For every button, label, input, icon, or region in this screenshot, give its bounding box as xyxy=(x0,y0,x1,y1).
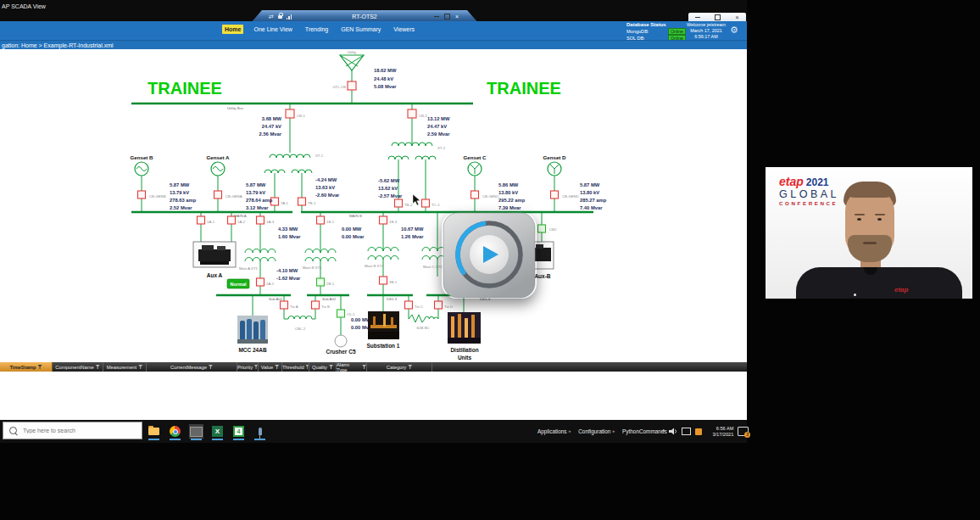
filter-icon[interactable] xyxy=(96,365,100,369)
breaker-cb-2[interactable] xyxy=(408,109,416,118)
breaker-tb-2[interactable] xyxy=(395,199,403,207)
col-timestamp[interactable]: TimeStamp xyxy=(0,362,53,372)
col-componentname[interactable]: ComponentName xyxy=(53,362,103,372)
col-quality[interactable]: Quality xyxy=(309,362,337,372)
hidden-icons-chevron[interactable]: ^ xyxy=(662,428,665,434)
filter-icon[interactable] xyxy=(209,365,213,369)
normal-status-button[interactable]: Normal xyxy=(227,279,249,288)
filter-icon[interactable] xyxy=(329,365,333,369)
col-measurement[interactable]: Measurement xyxy=(103,362,147,372)
substation-1-load: Substation 1 xyxy=(366,311,399,349)
breaker-cb2[interactable] xyxy=(538,225,546,232)
col-priority[interactable]: Priority xyxy=(237,362,259,372)
tab-home[interactable]: Home xyxy=(222,25,243,34)
close-icon[interactable]: × xyxy=(735,14,738,20)
breaker-tie-d[interactable] xyxy=(435,301,443,309)
breaker-3b-1[interactable] xyxy=(380,277,387,284)
breaker-1a-3[interactable] xyxy=(257,216,264,224)
alarm-table-body[interactable] xyxy=(0,372,747,420)
svg-text:CB-2: CB-2 xyxy=(419,114,427,118)
svg-text:2A-1: 2A-1 xyxy=(266,282,275,286)
tab-viewers[interactable]: Viewers xyxy=(391,25,417,34)
taskbar-pinned-app[interactable] xyxy=(253,424,267,439)
taskbar-green-app-2[interactable]: 4 xyxy=(231,424,246,439)
taskbar-search[interactable] xyxy=(3,422,142,439)
windows-taskbar: X 4 Applications» Configuration» PythonC… xyxy=(0,420,747,443)
gear-icon[interactable]: ⚙ xyxy=(730,25,738,36)
taskbar-clock[interactable]: 6:56 AM 3/17/2021 xyxy=(706,426,733,438)
action-center-icon[interactable]: 2 xyxy=(738,427,749,436)
breaker-tb-1[interactable] xyxy=(298,198,306,205)
taskbar-scada-app[interactable] xyxy=(189,424,203,439)
eye xyxy=(857,218,861,221)
video-play-button[interactable] xyxy=(442,212,537,299)
breaker-1a-1[interactable] xyxy=(198,216,205,224)
breaker-tie-a[interactable] xyxy=(281,301,288,309)
filter-icon[interactable] xyxy=(38,365,42,369)
breaker-c5-1[interactable] xyxy=(337,310,345,317)
system-tray: ^ 6:56 AM 3/17/2021 2 xyxy=(662,420,749,443)
rdp-close-icon[interactable]: × xyxy=(455,14,459,20)
filter-icon[interactable] xyxy=(408,365,412,369)
mouse-cursor xyxy=(413,194,420,205)
breaker-cb-genc[interactable] xyxy=(471,191,479,198)
crusher-symbol[interactable] xyxy=(335,335,347,347)
app-header: Home One Line View Trending GEN Summary … xyxy=(0,21,747,40)
rdp-restore-icon[interactable] xyxy=(444,14,450,20)
speaker-icon[interactable] xyxy=(669,428,677,435)
toolbar-configuration[interactable]: Configuration» xyxy=(578,428,615,434)
breaker-tie-b[interactable] xyxy=(312,301,320,309)
breaker-2b-1[interactable] xyxy=(317,278,325,286)
nav-tabs: Home One Line View Trending GEN Summary … xyxy=(222,25,417,34)
network-icon[interactable] xyxy=(682,428,691,435)
svg-text:5.86 MW: 5.86 MW xyxy=(498,182,519,187)
col-threshold[interactable]: Threshold xyxy=(282,362,309,372)
svg-text:C5-1: C5-1 xyxy=(347,312,355,316)
filter-icon[interactable] xyxy=(138,365,142,369)
taskbar-green-app-1[interactable]: X xyxy=(210,424,225,439)
col-currentmessage[interactable]: CurrentMessage xyxy=(147,362,237,372)
breaker-tie-c[interactable] xyxy=(405,301,413,309)
tab-one-line-view[interactable]: One Line View xyxy=(251,25,294,34)
rdp-minimize-icon[interactable] xyxy=(434,16,439,18)
maximize-icon[interactable] xyxy=(715,14,721,20)
breaker-tc-1[interactable] xyxy=(422,199,430,207)
welcome-user: Welcome jetstream xyxy=(683,22,729,28)
svg-text:5.87 MW: 5.87 MW xyxy=(246,182,266,187)
svg-text:13.80 kV: 13.80 kV xyxy=(498,190,518,195)
breaker-utl-cb[interactable] xyxy=(348,81,356,90)
filter-icon[interactable] xyxy=(275,365,279,369)
chevron-icon[interactable]: » xyxy=(612,428,615,433)
tray-app-icon[interactable] xyxy=(695,428,702,435)
filter-icon[interactable] xyxy=(362,365,366,369)
xt1-kv: 13.63 kV xyxy=(315,185,335,190)
tab-trending[interactable]: Trending xyxy=(303,25,331,34)
xt2-secondary xyxy=(388,156,436,159)
svg-text:4.33 MW: 4.33 MW xyxy=(278,226,298,232)
breaker-cb-1[interactable] xyxy=(286,109,294,118)
taskbar-chrome[interactable] xyxy=(168,424,182,439)
breaker-cb-gend[interactable] xyxy=(551,191,559,198)
genset-b-name: Genset B xyxy=(130,154,153,160)
breaker-2a-1[interactable] xyxy=(257,278,264,286)
breaker-cb-genb[interactable] xyxy=(138,191,146,198)
svg-text:S2B BC: S2B BC xyxy=(416,326,429,330)
breaker-1b-3[interactable] xyxy=(380,216,387,224)
aux-a-unit[interactable]: Aux A xyxy=(193,242,236,278)
filter-icon[interactable] xyxy=(306,365,309,369)
col-alarmtype[interactable]: Alarm Type xyxy=(337,362,367,372)
breaker-cb-gena[interactable] xyxy=(214,191,222,198)
cb-gend-label: CB-GEND xyxy=(562,194,579,198)
mcc-24ab-load: MCC 24AB xyxy=(237,316,268,353)
breaker-1b-1[interactable] xyxy=(317,216,325,224)
chevron-icon[interactable]: » xyxy=(568,428,571,433)
minimize-icon[interactable] xyxy=(695,17,700,19)
col-value[interactable]: Value xyxy=(259,362,282,372)
filter-icon[interactable] xyxy=(254,365,258,369)
col-category[interactable]: Category xyxy=(367,362,432,372)
toolbar-applications[interactable]: Applications» xyxy=(537,428,571,434)
search-input[interactable] xyxy=(21,427,126,434)
tab-gen-summary[interactable]: GEN Summary xyxy=(338,25,383,34)
cb2-kv: 24.47 kV xyxy=(427,124,447,129)
taskbar-file-explorer[interactable] xyxy=(147,424,161,439)
